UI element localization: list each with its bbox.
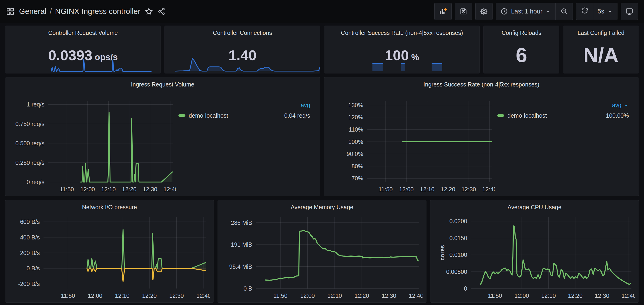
zoom-out-icon <box>560 7 568 15</box>
svg-text:12:40: 12:40 <box>409 293 422 299</box>
svg-text:110%: 110% <box>349 126 363 133</box>
dashboard-settings-button[interactable] <box>475 3 492 20</box>
panel-controller-connections: Controller Connections 1.40 <box>164 25 320 73</box>
svg-text:12:20: 12:20 <box>142 293 157 299</box>
legend: avg demo-localhost 100.00% <box>495 89 636 195</box>
svg-text:80%: 80% <box>352 163 363 169</box>
series-value: 0.04 req/s <box>284 112 310 119</box>
svg-text:cores: cores <box>439 245 446 261</box>
svg-text:12:00: 12:00 <box>399 186 414 193</box>
svg-text:11:50: 11:50 <box>488 293 502 299</box>
svg-text:90.0%: 90.0% <box>347 151 363 157</box>
controller-request-volume-sparkline[interactable] <box>6 58 160 72</box>
svg-text:12:00: 12:00 <box>80 186 95 193</box>
panel-title[interactable]: Last Config Failed <box>563 26 639 37</box>
svg-text:12:40: 12:40 <box>196 293 210 299</box>
svg-text:12:20: 12:20 <box>441 186 455 193</box>
add-panel-icon <box>439 7 447 15</box>
svg-text:70%: 70% <box>352 175 363 182</box>
stat-body: N/A <box>563 37 639 73</box>
add-panel-button[interactable] <box>434 3 452 20</box>
refresh-button[interactable] <box>576 3 593 20</box>
breadcrumb-folder[interactable]: General <box>19 7 46 16</box>
svg-text:12:30: 12:30 <box>169 293 184 299</box>
chevron-down-icon <box>623 102 629 108</box>
svg-text:11:50: 11:50 <box>60 186 74 193</box>
chevron-down-icon <box>607 8 613 14</box>
chevron-down-icon <box>545 8 551 14</box>
svg-text:11:50: 11:50 <box>273 293 288 299</box>
panel-title[interactable]: Config Reloads <box>484 26 559 37</box>
svg-text:0.750 req/s: 0.750 req/s <box>15 121 44 127</box>
svg-text:191 MiB: 191 MiB <box>231 241 252 248</box>
series-value: 100.00% <box>606 112 629 119</box>
panel-average-memory-usage: Average Memory Usage 11:5012:0012:1012:2… <box>218 200 426 303</box>
svg-text:11:50: 11:50 <box>378 186 393 193</box>
svg-text:12:30: 12:30 <box>595 293 609 299</box>
svg-text:600 B/s: 600 B/s <box>20 219 40 225</box>
svg-text:0.0200: 0.0200 <box>449 218 467 224</box>
svg-text:400 B/s: 400 B/s <box>20 234 40 241</box>
svg-text:12:00: 12:00 <box>514 293 529 299</box>
svg-text:0.0100: 0.0100 <box>449 252 467 258</box>
time-range-label: Last 1 hour <box>511 8 542 15</box>
series-name[interactable]: demo-localhost <box>189 112 228 119</box>
panel-title[interactable]: Average Memory Usage <box>218 200 426 211</box>
svg-text:12:10: 12:10 <box>101 186 116 193</box>
controller-success-rate-bars[interactable] <box>325 62 479 72</box>
panel-title[interactable]: Average CPU Usage <box>430 200 639 211</box>
average-cpu-usage-chart[interactable]: 11:5012:0012:1012:2012:3012:400.02000.01… <box>434 211 635 303</box>
panel-title[interactable]: Ingress Request Volume <box>5 77 320 89</box>
svg-text:12:20: 12:20 <box>354 293 369 299</box>
svg-text:12:40: 12:40 <box>622 293 635 299</box>
panel-ingress-success-rate: Ingress Success Rate (non-4|5xx response… <box>324 77 639 196</box>
legend-sort-header[interactable]: avg <box>178 100 310 110</box>
svg-text:100%: 100% <box>348 139 363 145</box>
legend: avg demo-localhost 0.04 req/s <box>176 89 317 195</box>
zoom-out-time-button[interactable] <box>556 3 573 20</box>
svg-text:12:20: 12:20 <box>568 293 582 299</box>
stat-body: 6 <box>484 37 559 73</box>
time-range-button[interactable]: Last 1 hour <box>496 3 556 20</box>
legend-row: demo-localhost 0.04 req/s <box>178 110 310 121</box>
svg-text:12:00: 12:00 <box>300 293 315 299</box>
svg-text:286 MiB: 286 MiB <box>231 220 252 226</box>
save-icon <box>460 7 468 15</box>
panel-title[interactable]: Ingress Success Rate (non-4|5xx response… <box>324 77 639 89</box>
monitor-icon <box>625 7 634 15</box>
ingress-request-volume-chart[interactable]: 11:5012:0012:1012:2012:3012:401 req/s0.7… <box>8 89 176 196</box>
legend-sort-header[interactable]: avg <box>497 100 629 110</box>
panel-ingress-request-volume: Ingress Request Volume 11:5012:0012:1012… <box>5 77 320 196</box>
stat-value: N/A <box>583 43 619 67</box>
svg-text:12:10: 12:10 <box>420 186 434 193</box>
cycle-view-mode-button[interactable] <box>621 3 638 20</box>
refresh-interval-button[interactable]: 5s <box>593 3 618 20</box>
panel-title[interactable]: Controller Connections <box>165 26 320 37</box>
svg-text:0 B/s: 0 B/s <box>26 265 40 272</box>
svg-text:130%: 130% <box>348 102 363 108</box>
svg-text:12:40: 12:40 <box>164 186 176 193</box>
svg-text:12:10: 12:10 <box>115 293 130 299</box>
svg-text:12:20: 12:20 <box>122 186 136 193</box>
breadcrumb-separator: / <box>50 7 52 16</box>
svg-text:120%: 120% <box>348 114 363 120</box>
panel-controller-success-rate: Controller Success Rate (non-4|5xx respo… <box>324 25 480 73</box>
star-icon[interactable] <box>145 7 153 15</box>
share-icon[interactable] <box>158 7 166 15</box>
dashboard-grid: Controller Request Volume 0.0393ops/s Co… <box>0 23 644 305</box>
panel-title[interactable]: Network I/O pressure <box>5 200 214 211</box>
apps-grid-icon[interactable] <box>6 7 14 15</box>
svg-text:0.00500: 0.00500 <box>446 269 467 275</box>
panel-network-io-pressure: Network I/O pressure 11:5012:0012:1012:2… <box>5 200 214 303</box>
series-name[interactable]: demo-localhost <box>508 112 547 119</box>
ingress-success-rate-chart[interactable]: 11:5012:0012:1012:2012:3012:40130%120%11… <box>327 89 495 196</box>
controller-connections-sparkline[interactable] <box>165 55 320 72</box>
network-io-pressure-chart[interactable]: 11:5012:0012:1012:2012:3012:40600 B/s400… <box>8 211 210 303</box>
save-dashboard-button[interactable] <box>455 3 472 20</box>
legend-row: demo-localhost 100.00% <box>497 110 629 121</box>
panel-title[interactable]: Controller Request Volume <box>5 26 160 37</box>
svg-text:-200 B/s: -200 B/s <box>18 281 40 287</box>
svg-text:0.500 req/s: 0.500 req/s <box>15 140 44 146</box>
panel-title[interactable]: Controller Success Rate (non-4|5xx respo… <box>324 26 480 37</box>
average-memory-usage-chart[interactable]: 11:5012:0012:1012:2012:3012:40286 MiB191… <box>221 211 422 303</box>
